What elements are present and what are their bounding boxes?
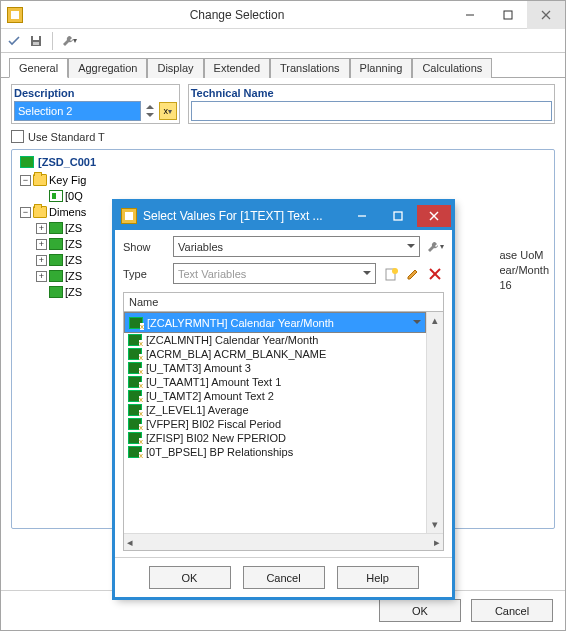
dialog-ok-button[interactable]: OK [149,566,231,589]
new-icon[interactable] [382,265,400,283]
tree-item[interactable]: [ZS [65,252,82,268]
variable-item-icon [128,376,142,388]
collapse-icon[interactable]: − [20,175,31,186]
type-select: Text Variables [173,263,376,284]
dimension-icon [49,222,63,234]
collapse-icon[interactable]: − [20,207,31,218]
background-partial-text: ase UoM ear/Month 16 [499,248,549,293]
technical-name-input[interactable] [191,101,552,121]
list-header-name[interactable]: Name [123,292,444,312]
description-input[interactable] [14,101,141,121]
list-item: [U_TAMT3] Amount 3 [124,361,426,375]
variable-icon[interactable]: x▾ [159,102,177,120]
minimize-button[interactable] [451,1,489,29]
svg-rect-1 [504,11,512,19]
cancel-button[interactable]: Cancel [471,599,553,622]
variable-item-icon [128,362,142,374]
variable-item-icon [128,334,142,346]
expand-icon[interactable]: + [36,223,47,234]
scroll-down-icon[interactable]: ▾ [427,516,443,533]
folder-icon [33,174,47,186]
tabstrip: General Aggregation Display Extended Tra… [1,53,565,78]
list-item: [ZFISP] BI02 New FPERIOD [124,431,426,445]
variable-item-icon [129,317,143,329]
window-title: Change Selection [23,8,451,22]
edit-icon[interactable] [404,265,422,283]
dialog-minimize-button[interactable] [345,205,379,227]
expand-icon[interactable]: + [36,239,47,250]
dimension-icon [49,238,63,250]
vertical-scrollbar[interactable]: ▴ ▾ [426,312,443,533]
tree-item[interactable]: [ZS [65,220,82,236]
dialog-icon [121,208,137,224]
description-box: Description x▾ [11,84,180,124]
dialog-titlebar[interactable]: Select Values For [1TEXT] Text ... [115,202,452,230]
show-label: Show [123,241,167,253]
technical-name-label: Technical Name [191,87,552,99]
tab-aggregation[interactable]: Aggregation [68,58,147,78]
list-item: [VFPER] BI02 Fiscal Period [124,417,426,431]
check-icon[interactable] [5,32,23,50]
save-icon[interactable] [27,32,45,50]
dialog-maximize-button[interactable] [381,205,415,227]
dialog-close-button[interactable] [417,205,451,227]
scroll-left-icon[interactable]: ◂ [127,536,133,549]
variable-item-icon [128,432,142,444]
folder-icon [33,206,47,218]
list-item: [ACRM_BLA] ACRM_BLANK_NAME [124,347,426,361]
variable-item-icon [128,390,142,402]
checkbox-icon[interactable] [11,130,24,143]
delete-icon[interactable] [426,265,444,283]
tree-item[interactable]: [ZS [65,236,82,252]
app-icon [7,7,23,23]
tab-display[interactable]: Display [147,58,203,78]
main-toolbar: ▾ [1,29,565,53]
tree-item[interactable]: [ZS [65,268,82,284]
close-button[interactable] [527,1,565,29]
variable-list[interactable]: [ZCALYRMNTH] Calendar Year/Month [ZCALMN… [123,312,444,551]
list-item: [ZCALMNTH] Calendar Year/Month [124,333,426,347]
svg-rect-6 [33,42,39,45]
show-select[interactable]: Variables [173,236,420,257]
tree-item[interactable]: [0Q [65,188,83,204]
list-item: [U_TAAMT1] Amount Text 1 [124,375,426,389]
variable-item-icon [128,418,142,430]
description-label: Description [14,87,177,99]
variable-item-icon [128,446,142,458]
wrench-icon[interactable]: ▾ [60,32,78,50]
list-item: [0T_BPSEL] BP Relationships [124,445,426,459]
scroll-up-icon[interactable]: ▴ [427,312,443,329]
select-values-dialog: Select Values For [1TEXT] Text ... Show … [114,201,453,598]
tree-key-figures[interactable]: Key Fig [49,172,86,188]
tab-translations[interactable]: Translations [270,58,350,78]
svg-rect-5 [33,36,39,40]
tree-dimensions[interactable]: Dimens [49,204,86,220]
cube-icon [20,156,34,168]
dialog-footer: OK Cancel Help [115,557,452,597]
use-standard-text-row[interactable]: Use Standard T [11,130,555,143]
dimension-icon [49,254,63,266]
tree-item[interactable]: [ZS [65,284,82,300]
maximize-button[interactable] [489,1,527,29]
variable-item-icon [128,348,142,360]
toolbar-separator [52,32,53,50]
horizontal-scrollbar[interactable]: ◂ ▸ [124,533,443,550]
tab-general[interactable]: General [9,58,68,78]
scroll-right-icon[interactable]: ▸ [434,536,440,549]
dialog-title: Select Values For [1TEXT] Text ... [143,209,344,223]
dialog-cancel-button[interactable]: Cancel [243,566,325,589]
tab-extended[interactable]: Extended [204,58,270,78]
svg-rect-8 [394,212,402,220]
technical-name-box: Technical Name [188,84,555,124]
key-figure-icon [49,190,63,202]
ok-button[interactable]: OK [379,599,461,622]
expand-icon[interactable]: + [36,271,47,282]
dialog-help-button[interactable]: Help [337,566,419,589]
tab-calculations[interactable]: Calculations [412,58,492,78]
expand-icon[interactable]: + [36,255,47,266]
list-item: [ZCALYRMNTH] Calendar Year/Month [124,312,426,333]
tab-planning[interactable]: Planning [350,58,413,78]
list-item: [U_TAMT2] Amount Text 2 [124,389,426,403]
wrench-dropdown-icon[interactable]: ▾ [426,238,444,256]
description-updown-icon[interactable] [143,104,157,118]
